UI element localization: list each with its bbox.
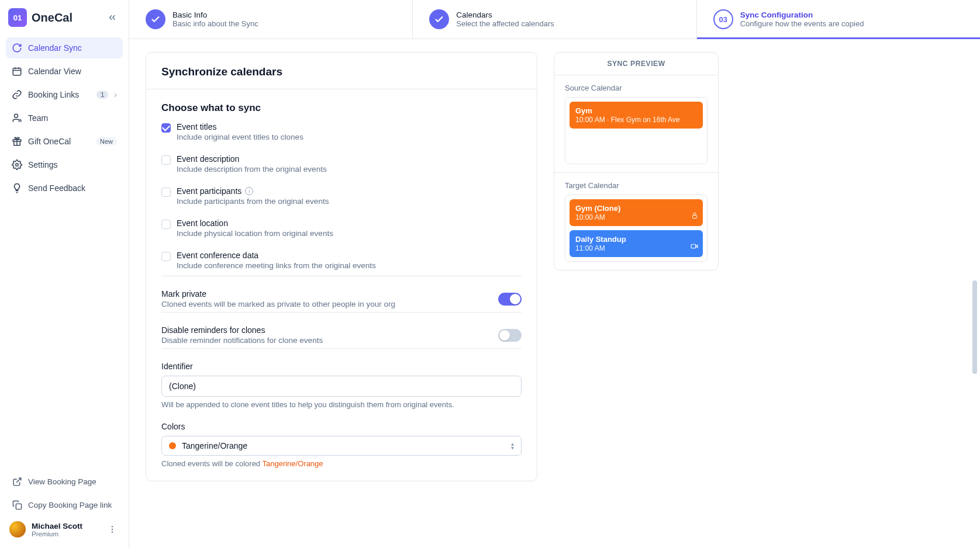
content-row: Synchronize calendars Choose what to syn… [129, 39, 980, 494]
target-event-standup: Daily Standup 11:00 AM [570, 230, 703, 257]
check-icon [429, 9, 449, 29]
option-event-conference-data[interactable]: Event conference data Include conference… [161, 251, 522, 270]
mark-private-toggle[interactable] [498, 293, 522, 306]
gift-icon [12, 136, 22, 147]
colors-helper: Cloned events will be colored Tangerine/… [161, 459, 522, 468]
checkbox[interactable] [161, 123, 171, 133]
select-caret-icon: ▴▾ [511, 442, 514, 450]
footer-label: View Booking Page [28, 477, 117, 486]
empty-slot [570, 133, 703, 159]
option-label: Event location [177, 218, 333, 228]
nav-label: Calendar Sync [28, 43, 117, 53]
user-plan: Premium [32, 530, 82, 537]
calendar-icon [12, 66, 22, 77]
brand-name: OneCal [32, 11, 73, 25]
scrollbar-thumb[interactable] [972, 280, 977, 374]
step-calendars[interactable]: Calendars Select the affected calendars [413, 0, 696, 39]
footer-copy-booking-link[interactable]: Copy Booking Page link [6, 494, 123, 515]
nav-new-badge: New [96, 137, 117, 145]
nav-label: Send Feedback [28, 183, 117, 193]
choose-what-to-sync-section: Choose what to sync Event titles Include… [146, 89, 537, 481]
svg-point-7 [112, 531, 113, 532]
scrollbar[interactable] [971, 0, 979, 548]
divider [161, 312, 522, 313]
option-label: Event conference data [177, 251, 376, 260]
color-swatch-icon [169, 442, 176, 449]
main-content: Basic Info Basic info about the Sync Cal… [129, 0, 980, 494]
step-number-badge: 03 [713, 9, 733, 29]
event-time: 10:00 AM [575, 213, 697, 221]
step-subtitle: Basic info about the Sync [172, 19, 258, 28]
colors-label: Colors [161, 422, 522, 431]
step-sync-config[interactable]: 03 Sync Configuration Configure how the … [697, 0, 980, 39]
video-icon [691, 242, 698, 252]
target-event-clone: Gym (Clone) 10:00 AM [570, 199, 703, 226]
nav-settings[interactable]: Settings [6, 154, 123, 175]
copy-icon [12, 500, 22, 510]
sidebar: 01 OneCal Calendar Sync Calendar View Bo… [0, 0, 129, 548]
mark-private-row: Mark private Cloned events will be marke… [161, 289, 522, 308]
sync-icon [12, 43, 22, 53]
chevrons-left-icon [107, 12, 118, 23]
step-basic-info[interactable]: Basic Info Basic info about the Sync [129, 0, 413, 39]
checkbox[interactable] [161, 252, 171, 261]
identifier-input[interactable] [161, 376, 522, 397]
sidebar-collapse-button[interactable] [104, 9, 120, 26]
checkbox[interactable] [161, 155, 171, 165]
option-desc: Include participants from the original e… [177, 197, 329, 206]
option-desc: Include conference meeting links from th… [177, 261, 376, 270]
nav-calendar-sync[interactable]: Calendar Sync [6, 37, 123, 58]
option-desc: Include original event titles to clones [177, 133, 303, 141]
user-name: Michael Scott [32, 522, 82, 530]
colors-select[interactable]: Tangerine/Orange ▴▾ [161, 436, 522, 456]
option-label: Event titles [177, 122, 303, 131]
disable-reminders-toggle[interactable] [498, 329, 522, 342]
nav-calendar-view[interactable]: Calendar View [6, 61, 123, 82]
source-calendar-frame: Gym 10:00 AM · Flex Gym on 16th Ave [565, 97, 708, 164]
nav-label: Team [28, 113, 117, 123]
link-icon [12, 89, 22, 100]
sidebar-header: 01 OneCal [6, 8, 123, 27]
option-event-participants[interactable]: Event participants i Include participant… [161, 186, 522, 206]
toggle-label: Disable reminders for clones [161, 325, 323, 335]
info-icon[interactable]: i [245, 187, 253, 195]
checkbox[interactable] [161, 220, 171, 229]
footer-view-booking-page[interactable]: View Booking Page [6, 471, 123, 492]
sidebar-footer: View Booking Page Copy Booking Page link [6, 466, 123, 515]
identifier-helper: Will be appended to clone event titles t… [161, 400, 522, 409]
checkbox[interactable] [161, 188, 171, 197]
sync-config-form: Synchronize calendars Choose what to syn… [146, 52, 537, 481]
logo-mark: 01 [8, 8, 27, 27]
option-event-description[interactable]: Event description Include description fr… [161, 154, 522, 174]
page-heading: Synchronize calendars [146, 53, 537, 89]
nav-label: Settings [28, 160, 117, 169]
step-title: Calendars [456, 11, 554, 19]
nav-booking-links[interactable]: Booking Links 1 › [6, 84, 123, 105]
user-menu-button[interactable] [105, 522, 119, 536]
event-title: Gym [575, 106, 697, 115]
external-link-icon [12, 476, 22, 487]
svg-point-6 [112, 529, 113, 530]
lightbulb-icon [12, 183, 22, 193]
svg-point-1 [15, 114, 18, 117]
nav-gift-onecal[interactable]: Gift OneCal New [6, 131, 123, 152]
option-event-location[interactable]: Event location Include physical location… [161, 218, 522, 238]
svg-rect-8 [693, 216, 697, 218]
user-info: Michael Scott Premium [32, 522, 82, 537]
step-subtitle: Select the affected calendars [456, 19, 554, 28]
users-icon [12, 113, 22, 123]
check-icon [146, 9, 165, 29]
section-title: Choose what to sync [161, 102, 522, 114]
user-menu[interactable]: Michael Scott Premium [6, 515, 123, 540]
avatar [9, 521, 26, 537]
brand-logo[interactable]: 01 OneCal [8, 8, 73, 27]
nav-team[interactable]: Team [6, 107, 123, 129]
preview-section-label: Target Calendar [565, 181, 708, 190]
nav-count-badge: 1 [96, 91, 108, 99]
option-event-titles[interactable]: Event titles Include original event titl… [161, 122, 522, 141]
chevron-right-icon: › [114, 90, 117, 99]
footer-label: Copy Booking Page link [28, 501, 117, 509]
target-calendar-frame: Gym (Clone) 10:00 AM Daily Standup 11:00… [565, 195, 708, 262]
source-event: Gym 10:00 AM · Flex Gym on 16th Ave [570, 102, 703, 129]
nav-send-feedback[interactable]: Send Feedback [6, 178, 123, 199]
